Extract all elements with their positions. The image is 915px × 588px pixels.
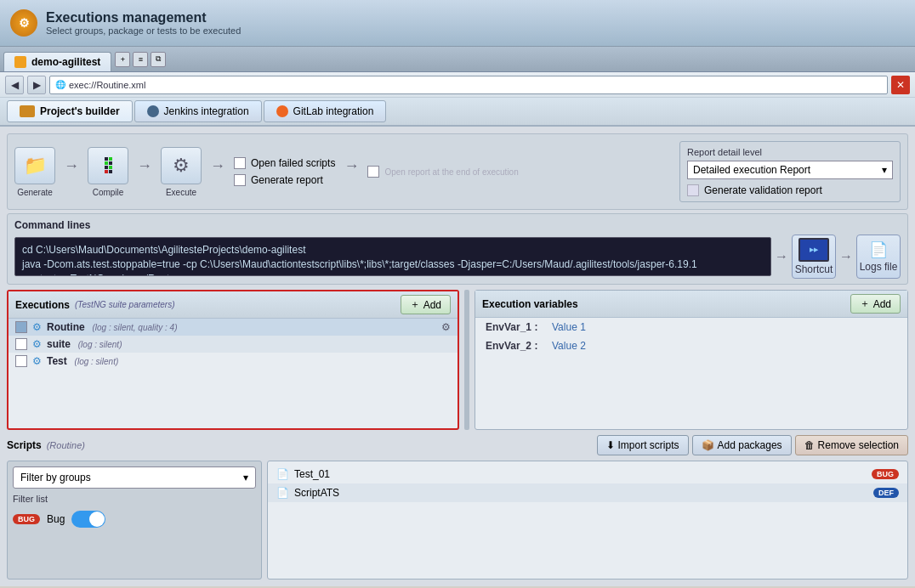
- add-packages-button[interactable]: 📦 Add packages: [692, 435, 792, 455]
- scripts-actions: ⬇ Import scripts 📦 Add packages 🗑 Remove…: [597, 435, 908, 455]
- report-validate-row: Generate validation report: [687, 184, 893, 196]
- scripts-title-row: Scripts (Routine): [7, 439, 85, 451]
- exec-suite-meta: (log : silent): [76, 340, 122, 349]
- tab-gitlab-label: GitLab integration: [293, 105, 374, 117]
- executions-subtitle: (TestNG suite parameters): [75, 300, 174, 309]
- exec-item-suite[interactable]: ⚙ suite (log : silent): [9, 336, 458, 353]
- new-tab-btn[interactable]: +: [115, 52, 130, 67]
- scripts-section: Scripts (Routine) ⬇ Import scripts 📦 Add…: [7, 435, 908, 580]
- vertical-splitter[interactable]: [464, 290, 469, 430]
- exec-routine-settings-icon[interactable]: ⚙: [441, 321, 451, 333]
- shortcut-label: Shortcut: [795, 263, 833, 275]
- add-packages-label: Add packages: [718, 439, 782, 451]
- filter-chevron-icon: ▾: [243, 472, 248, 483]
- script-item-scriptats[interactable]: 📄 ScriptATS DEF: [268, 483, 907, 502]
- scripts-title: Scripts: [7, 439, 42, 451]
- cmd-label: Command lines: [14, 219, 901, 231]
- back-button[interactable]: ◀: [5, 76, 24, 94]
- projects-builder-icon: [20, 105, 35, 117]
- script-test01-icon: 📄: [276, 468, 289, 480]
- remove-icon: 🗑: [804, 439, 815, 451]
- exec-test-checkbox[interactable]: [15, 355, 27, 367]
- script-item-test01[interactable]: 📄 Test_01 BUG: [268, 465, 907, 483]
- executions-add-button[interactable]: ＋ Add: [401, 295, 451, 314]
- browser-tab-demo[interactable]: demo-agilitest: [3, 52, 111, 71]
- forward-icon: ▶: [33, 79, 41, 91]
- compile-label: Compile: [93, 188, 124, 197]
- workflow-step-generate: 📁 Generate: [14, 147, 55, 197]
- variables-add-icon: ＋: [860, 297, 870, 311]
- import-scripts-button[interactable]: ⬇ Import scripts: [597, 435, 689, 455]
- tab-list-btn[interactable]: ≡: [133, 52, 148, 67]
- open-failed-label: Open failed scripts: [251, 157, 335, 169]
- filter-by-groups-select[interactable]: Filter by groups ▾: [13, 466, 256, 489]
- generate-report-checkbox[interactable]: [234, 174, 246, 186]
- nav-close-button[interactable]: ✕: [891, 76, 910, 94]
- generate-report-label: Generate report: [251, 174, 323, 186]
- workflow-section: 📁 Generate → Compile → ⚙ Execute: [7, 133, 908, 210]
- var-name-1: EnvVar_1 :: [486, 321, 545, 333]
- exec-item-test[interactable]: ⚙ Test (log : silent): [9, 353, 458, 370]
- logs-label: Logs file: [860, 261, 898, 273]
- bug-label: Bug: [47, 513, 65, 525]
- bug-badge: BUG: [13, 514, 40, 524]
- tab-jenkins[interactable]: Jenkins integration: [134, 100, 262, 122]
- exec-suite-checkbox[interactable]: [15, 338, 27, 350]
- remove-selection-button[interactable]: 🗑 Remove selection: [795, 435, 908, 455]
- workflow-step-execute: ⚙ Execute: [161, 147, 202, 197]
- executions-title: Executions: [15, 299, 70, 311]
- var-row-2: EnvVar_2 : Value 2: [475, 336, 907, 355]
- var-value-1: Value 1: [552, 321, 586, 333]
- open-failed-checkbox[interactable]: [234, 157, 246, 169]
- validate-checkbox[interactable]: [687, 184, 699, 196]
- exec-item-routine[interactable]: ⚙ Routine (log : silent, quality : 4) ⚙: [9, 319, 458, 336]
- executions-list: ⚙ Routine (log : silent, quality : 4) ⚙ …: [9, 319, 458, 428]
- shortcut-button[interactable]: ▶▶ Shortcut: [792, 235, 836, 279]
- tab-gitlab[interactable]: GitLab integration: [264, 100, 387, 122]
- toggle-knob: [89, 512, 105, 527]
- main-content: 📁 Generate → Compile → ⚙ Execute: [0, 127, 915, 586]
- cmd-text-area: cd C:\Users\Maud\Documents\AgilitestePro…: [14, 237, 771, 276]
- filter-placeholder: Filter by groups: [20, 472, 91, 483]
- report-section: Report detail level Detailed execution R…: [679, 141, 901, 202]
- variables-add-button[interactable]: ＋ Add: [850, 294, 901, 314]
- scripts-header: Scripts (Routine) ⬇ Import scripts 📦 Add…: [7, 435, 908, 455]
- exec-test-icon: ⚙: [32, 355, 42, 367]
- open-end-checkbox[interactable]: [367, 166, 379, 178]
- bug-toggle[interactable]: [71, 511, 105, 528]
- report-select-value: Detailed execution Report: [693, 164, 810, 176]
- script-scriptats-icon: 📄: [276, 487, 289, 499]
- exec-suite-icon: ⚙: [32, 338, 42, 350]
- compile-icon: [88, 147, 128, 184]
- exec-suite-name: suite: [47, 338, 71, 350]
- report-select-arrow: ▾: [882, 164, 887, 176]
- forward-button[interactable]: ▶: [27, 76, 46, 94]
- script-scriptats-badge: DEF: [873, 488, 899, 498]
- url-bar[interactable]: 🌐 exec://Routine.xml: [49, 76, 888, 94]
- url-globe-icon: 🌐: [55, 80, 65, 89]
- cmd-line-1: cd C:\Users\Maud\Documents\AgilitestePro…: [22, 243, 764, 257]
- toolbar-tabs: Project's builder Jenkins integration Gi…: [0, 98, 915, 127]
- variables-panel-header: Execution variables ＋ Add: [475, 291, 907, 318]
- cmd-box[interactable]: cd C:\Users\Maud\Documents\AgilitestePro…: [14, 237, 771, 276]
- scripts-subtitle: (Routine): [47, 440, 85, 450]
- tab-label: demo-agilitest: [31, 56, 100, 68]
- logs-button[interactable]: 📄 Logs file: [856, 235, 901, 279]
- workflow-step-compile: Compile: [88, 147, 128, 197]
- generate-label: Generate: [17, 188, 53, 197]
- var-name-2: EnvVar_2 :: [486, 340, 545, 352]
- tab-restore-btn[interactable]: ⧉: [151, 52, 166, 67]
- report-select[interactable]: Detailed execution Report ▾: [687, 161, 893, 179]
- scripts-list: 📄 Test_01 BUG 📄 ScriptATS DEF: [267, 461, 908, 580]
- arrow-3: →: [210, 157, 225, 175]
- exec-routine-checkbox[interactable]: [15, 321, 27, 333]
- var-row-1: EnvVar_1 : Value 1: [475, 318, 907, 336]
- executions-panel-header: Executions (TestNG suite parameters) ＋ A…: [9, 291, 458, 319]
- app-title-block: Executions management Select groups, pac…: [46, 10, 241, 36]
- tab-bar: demo-agilitest + ≡ ⧉: [0, 47, 915, 72]
- import-scripts-label: Import scripts: [618, 439, 679, 451]
- cmd-to-logs-arrow: →: [839, 249, 853, 264]
- cmd-to-shortcut-arrow: →: [775, 249, 788, 264]
- tab-projects-builder[interactable]: Project's builder: [7, 100, 133, 122]
- executions-add-label: Add: [423, 299, 441, 311]
